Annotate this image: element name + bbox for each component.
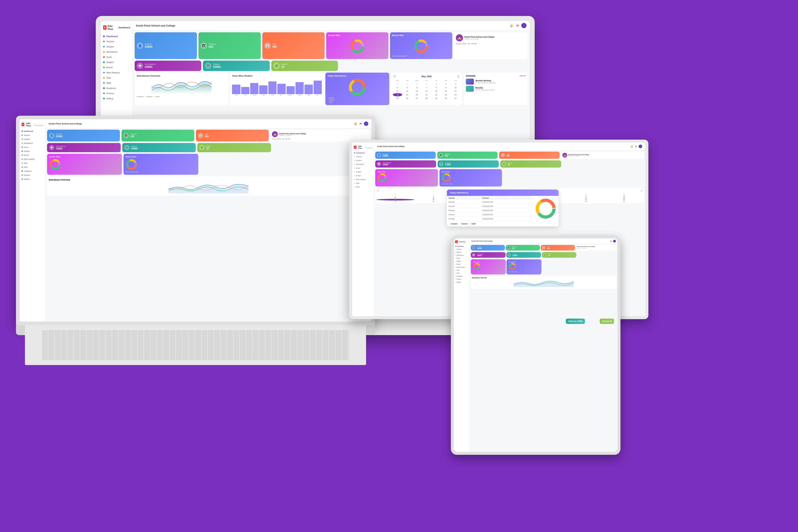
d-teachers-label: Teachers <box>445 153 450 155</box>
desktop-nav-attendance[interactable]: Attendance <box>352 163 374 166</box>
t-teachers-label: Teachers <box>512 246 517 247</box>
nav-label: SMS <box>106 82 111 84</box>
tablet-nav-sms[interactable]: SMS <box>454 272 470 275</box>
tablet-gender-branch: Gender Wise Branch Wise <box>471 259 616 274</box>
desktop-nav-task[interactable]: Task <box>352 181 374 185</box>
calendar-card: ‹ May, 2020 › Mon Tue Wed Thu Fri Sat <box>391 73 462 105</box>
nav-dot <box>455 276 456 277</box>
desktop-nav-teacher[interactable]: Teacher <box>352 155 374 158</box>
tablet-notif[interactable]: 🔔 <box>609 240 612 243</box>
nav-dot <box>103 88 105 89</box>
laptop-nav-task[interactable]: Task <box>20 161 45 165</box>
calendar-month: May, 2020 <box>421 75 432 78</box>
sidebar-item-academic[interactable]: Academic <box>101 86 132 91</box>
laptop-nav-exam[interactable]: Exam <box>20 145 45 149</box>
desktop-nav-exam[interactable]: Exam <box>352 166 374 170</box>
laptop-nav-teacher[interactable]: Teacher <box>20 133 45 137</box>
tablet-wave-chart <box>472 279 615 287</box>
tablet-nav-teacher[interactable]: Teacher <box>454 248 470 251</box>
l-students-info: Students 23983 <box>56 133 62 138</box>
laptop-nav-student[interactable]: Student <box>20 137 45 141</box>
desktop-stat-teachers: 👩‍🏫 Teachers 233 <box>437 152 498 159</box>
laptop-notif[interactable]: 🔔 <box>354 122 358 126</box>
laptop-nav-attendance[interactable]: Attendance <box>20 141 45 145</box>
desktop-nav-subject[interactable]: Subject <box>352 170 374 174</box>
tablet-nav-result[interactable]: Result <box>454 263 470 266</box>
sidebar-item-teacher[interactable]: Teacher <box>101 39 132 44</box>
laptop-avatar[interactable]: 👤 <box>364 121 368 126</box>
tablet-nav-student[interactable]: Student <box>454 251 470 254</box>
cal-header-mon: Mon <box>393 79 402 82</box>
desktop-nav-mark[interactable]: Mark Analysis <box>352 177 374 181</box>
sidebar-item-result[interactable]: Result <box>101 65 132 70</box>
desktop-notif[interactable]: 🔔 <box>630 145 633 148</box>
stat-branch: 🌿 Branch 10 <box>271 61 338 71</box>
desktop-cal-next[interactable]: › <box>640 189 643 192</box>
sidebar-item-finance[interactable]: Finance <box>101 91 132 96</box>
sidebar-item-mark-analysis[interactable]: Mark Analysis <box>101 70 132 75</box>
sidebar-item-setting[interactable]: Setting <box>101 96 132 101</box>
desktop-nav-result[interactable]: Result <box>352 174 374 177</box>
sidebar-item-attendance[interactable]: Attendance <box>101 49 132 55</box>
laptop-nav-result[interactable]: Result <box>20 153 45 157</box>
tablet-nav-attendance[interactable]: Attendance <box>454 254 470 257</box>
desktop-nav-sms[interactable]: SMS <box>352 185 374 189</box>
laptop-nav-dashboard[interactable]: Dashboard <box>20 129 45 133</box>
view-all-button[interactable]: View All <box>519 75 526 77</box>
nav-dot <box>455 246 456 247</box>
school-logo-row: 🏫 South Point School and College Institu… <box>456 34 526 41</box>
sidebar-item-sms[interactable]: SMS <box>101 80 132 86</box>
tablet-nav-finance[interactable]: Finance <box>454 278 470 281</box>
desktop-nav-dashboard[interactable]: Dashboard <box>352 151 374 155</box>
sidebar-item-dashboard[interactable]: Dashboard <box>101 34 132 39</box>
sidebar-item-subject[interactable]: Subject <box>101 60 132 65</box>
calendar-prev[interactable]: ‹ <box>393 75 396 78</box>
teachers-label: Teachers <box>208 43 216 45</box>
tablet-nav-task[interactable]: Task <box>454 269 470 272</box>
laptop-nav-academic[interactable]: Academic <box>20 169 45 173</box>
attend-gender-2: Female <box>447 205 480 208</box>
sidebar-item-student[interactable]: Student <box>101 44 132 49</box>
l-staff-value: 983 <box>205 135 209 138</box>
sidebar-item-task[interactable]: Task <box>101 75 132 80</box>
desktop-avatar[interactable]: 👤 <box>639 145 642 148</box>
schedule-header: Schedule View All <box>466 75 526 77</box>
laptop-stat-teachers: 👩‍🏫 Teachers 233 <box>121 130 194 141</box>
d-branch-icon: 🌿 <box>502 162 506 166</box>
cal-day: 22 <box>432 93 441 96</box>
laptop-nav-finance[interactable]: Finance <box>20 173 45 177</box>
sms-value: 23983 <box>145 65 156 69</box>
tablet-nav-exam[interactable]: Exam <box>454 257 470 260</box>
laptop-nav-sms[interactable]: SMS <box>20 165 45 169</box>
desktop-msg[interactable]: ✉ <box>634 145 638 148</box>
subjects-label-badge: Subjects 23983 <box>566 319 585 324</box>
floating-attend-table-col: Gender Contact Female 07646203790 Female… <box>447 196 533 221</box>
laptop-nav-setting[interactable]: Setting <box>20 177 45 181</box>
nav-dot <box>354 168 355 169</box>
notification-icon[interactable]: 🔔 <box>509 23 514 28</box>
schedule-time-2: 02 Jan, 2024 at 2:00 pm <box>475 89 495 91</box>
nav-label: Teacher <box>106 40 114 43</box>
avatar[interactable]: 👤 <box>521 23 527 28</box>
tablet-nav-academic[interactable]: Academic <box>454 275 470 278</box>
laptop-nav-subject[interactable]: Subject <box>20 149 45 153</box>
tablet-stat-students: 👤 Students 23983 <box>471 245 505 250</box>
sidebar-item-exam[interactable]: Exam <box>101 55 132 60</box>
schedule-title: Schedule <box>466 75 476 77</box>
tablet-avatar[interactable]: 👤 <box>613 240 616 243</box>
cal-day: 12 <box>403 90 412 93</box>
tablet-nav-dashboard[interactable]: Dashboard <box>454 245 470 248</box>
desktop-cal-prev[interactable]: ‹ <box>377 189 379 192</box>
laptop-nav-mark[interactable]: Mark Analysis <box>20 157 45 161</box>
tablet-brand-name: Edu Plus <box>459 241 466 243</box>
desktop-nav-student[interactable]: Student <box>352 158 374 163</box>
calendar-next[interactable]: › <box>457 75 460 78</box>
nav-dot <box>455 282 456 283</box>
laptop-msg[interactable]: ✉ <box>359 122 363 126</box>
message-icon[interactable]: ✉ <box>515 23 520 28</box>
tablet-nav-setting[interactable]: Setting <box>454 281 470 284</box>
floating-attend-donut-col <box>533 196 558 221</box>
brand-icon: E <box>103 25 107 30</box>
tablet-nav-mark[interactable]: Mark Analysis <box>454 266 470 269</box>
tablet-nav-subject[interactable]: Subject <box>454 260 470 263</box>
